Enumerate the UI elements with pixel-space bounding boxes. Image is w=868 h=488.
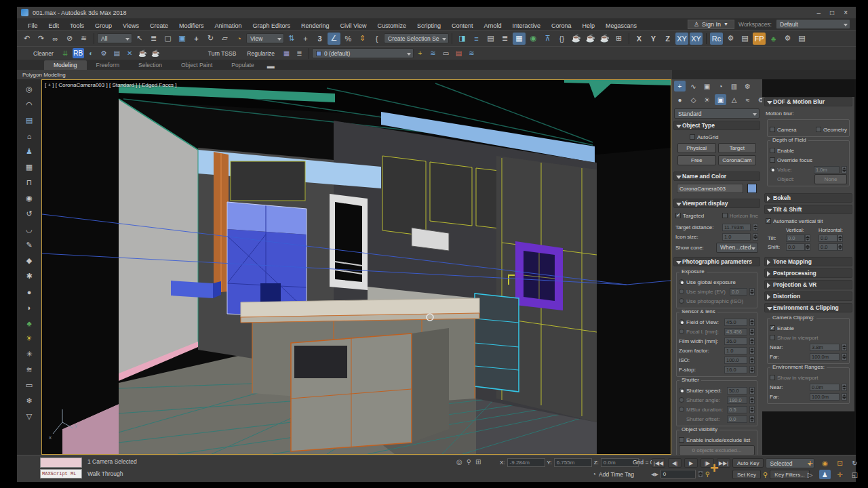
- fstop-field[interactable]: 16.0: [724, 366, 747, 373]
- menu-item[interactable]: Animation: [209, 22, 247, 29]
- left-tool-walk-icon[interactable]: ♟: [22, 144, 37, 159]
- hierarchy-tab-icon[interactable]: ▣: [701, 81, 713, 92]
- script-page-icon[interactable]: ▤: [111, 48, 123, 58]
- target-button[interactable]: Target: [718, 143, 757, 153]
- clipping-near-field[interactable]: 3.8m: [810, 344, 840, 351]
- viewport-scene[interactable]: x y: [42, 80, 671, 454]
- fov-icon[interactable]: ▷: [804, 470, 816, 479]
- menu-item[interactable]: Content: [446, 22, 479, 29]
- use-global-exposure-radio[interactable]: [679, 279, 684, 285]
- select-in-layer-icon[interactable]: ▭: [440, 48, 452, 58]
- snap-pointer-icon[interactable]: +: [299, 33, 312, 45]
- uv-grid-icon[interactable]: ▦: [281, 48, 292, 58]
- select-and-link-icon[interactable]: ∞: [49, 33, 62, 45]
- workspace-dropdown[interactable]: Default: [776, 19, 850, 29]
- left-tool-spin-icon[interactable]: ↺: [22, 207, 37, 221]
- left-tool-home-icon[interactable]: ⌂: [22, 129, 37, 143]
- menu-item[interactable]: Views: [117, 22, 144, 29]
- absolute-mode-icon[interactable]: ⊞: [475, 458, 481, 466]
- xy-plane-constraint-button[interactable]: XY: [675, 33, 688, 45]
- menu-item[interactable]: Customize: [372, 22, 412, 29]
- menu-item[interactable]: Corona: [546, 22, 577, 29]
- pivot-icon[interactable]: ◔: [233, 33, 245, 45]
- menu-item[interactable]: Megascans: [600, 22, 642, 29]
- left-tool-star-icon[interactable]: ✱: [22, 269, 37, 283]
- add-time-tag[interactable]: Add Time Tag: [599, 471, 634, 478]
- rectangular-selection-icon[interactable]: ▢: [161, 33, 174, 45]
- helpers-category-icon[interactable]: △: [728, 94, 740, 105]
- show-cone-dropdown[interactable]: When...cted: [716, 243, 758, 253]
- isolate-selection-icon[interactable]: ◎: [456, 458, 462, 466]
- forest-pack-icon[interactable]: FP: [753, 33, 766, 45]
- reference-coordinate-dropdown[interactable]: View: [246, 33, 284, 43]
- tilt-shift-header[interactable]: Tilt & Shift: [764, 205, 852, 214]
- menu-item[interactable]: Edit: [43, 22, 65, 29]
- icon-size-spinner[interactable]: [753, 233, 758, 241]
- undo-icon[interactable]: ↶: [20, 33, 33, 45]
- enable-include-exclude-checkbox[interactable]: [679, 437, 684, 443]
- left-tool-half-icon[interactable]: ◗: [22, 300, 37, 314]
- spinner-snap-icon[interactable]: ⇕: [356, 33, 369, 45]
- left-tool-panel-icon[interactable]: ▤: [22, 113, 37, 127]
- material-editor-icon[interactable]: ⊼: [541, 33, 554, 45]
- menu-item[interactable]: Create: [144, 22, 174, 29]
- create-selection-set-dropdown[interactable]: Create Selection Se: [384, 33, 449, 43]
- physical-button[interactable]: Physical: [677, 143, 716, 153]
- ribbon-tab[interactable]: Populate: [222, 60, 264, 70]
- maximize-icon[interactable]: □: [830, 9, 834, 16]
- photographic-header[interactable]: Photographic parameters: [673, 257, 760, 266]
- ribbon-tab[interactable]: Modeling: [44, 60, 87, 70]
- left-tool-curve-icon[interactable]: ◡: [22, 222, 37, 237]
- menu-item[interactable]: Scripting: [412, 22, 446, 29]
- render-iterative-icon[interactable]: ⊞: [612, 33, 625, 45]
- left-tool-sun-icon[interactable]: ☀: [22, 331, 37, 346]
- focus-value-radio[interactable]: [770, 167, 775, 172]
- selection-lock-icon[interactable]: ⚲: [467, 458, 471, 466]
- coronacam-button[interactable]: CoronaCam: [718, 155, 757, 165]
- pan-view-icon[interactable]: ✛: [834, 470, 846, 479]
- sign-in-button[interactable]: ♙ Sign In ▼: [688, 20, 734, 29]
- add-to-layer-icon[interactable]: ≋: [427, 48, 439, 58]
- previous-frame-icon[interactable]: ◀|: [668, 458, 682, 468]
- left-tool-diamond-icon[interactable]: ◆: [22, 253, 37, 268]
- geometry-category-icon[interactable]: ●: [674, 94, 686, 105]
- vray-converter-icon[interactable]: ☕: [137, 48, 149, 58]
- ranges-show-viewport-checkbox[interactable]: [770, 375, 775, 380]
- mirror-icon[interactable]: ◨: [456, 33, 469, 45]
- override-focus-checkbox[interactable]: [770, 157, 775, 163]
- modify-tab-icon[interactable]: ∿: [688, 81, 699, 92]
- curve-editor-icon[interactable]: ▦: [513, 33, 526, 45]
- focus-object-button[interactable]: None: [814, 174, 847, 184]
- layer-properties-icon[interactable]: ▤: [453, 48, 465, 58]
- object-type-header[interactable]: Object Type: [673, 121, 760, 130]
- select-by-name-icon[interactable]: ≣: [147, 33, 160, 45]
- xy-pointer-constraint-button[interactable]: XY: [690, 33, 703, 45]
- focal-field[interactable]: 43.456: [724, 328, 747, 336]
- zoom-region-icon[interactable]: ⊡: [834, 458, 846, 468]
- film-width-field[interactable]: 36.0: [724, 338, 747, 345]
- bokeh-header[interactable]: Bokeh: [764, 193, 852, 203]
- ribbon-config-icon[interactable]: ▬: [264, 61, 277, 70]
- left-tool-frame-icon[interactable]: ▭: [22, 378, 37, 392]
- close-icon[interactable]: ×: [844, 9, 848, 16]
- focal-radio[interactable]: [679, 329, 684, 334]
- create-tab-icon[interactable]: +: [674, 81, 686, 92]
- motion-blur-geometry-checkbox[interactable]: [816, 127, 821, 132]
- targeted-checkbox[interactable]: [675, 213, 681, 218]
- shift-horizontal-field[interactable]: 0.0: [818, 243, 837, 251]
- relink-bitmaps-icon[interactable]: ◐: [85, 48, 97, 58]
- utilities-tab-icon[interactable]: ⚙: [742, 81, 753, 92]
- selection-filter-dropdown[interactable]: All: [97, 33, 132, 43]
- shift-vertical-field[interactable]: 0.0: [786, 243, 805, 251]
- redo-icon[interactable]: ↷: [35, 33, 47, 45]
- angle-snap-icon[interactable]: ∠: [328, 33, 340, 45]
- menu-item[interactable]: Interactive: [507, 22, 546, 29]
- y-coord-field[interactable]: 6.755m: [554, 458, 592, 467]
- viewport-display-header[interactable]: Viewport display: [673, 199, 760, 208]
- play-icon[interactable]: ▶: [684, 458, 698, 468]
- script-wrench-icon[interactable]: ⚙: [98, 48, 110, 58]
- scene-explorer-icon[interactable]: ≣: [498, 33, 511, 45]
- tilt-vertical-field[interactable]: 0.0: [786, 235, 805, 242]
- free-button[interactable]: Free: [677, 155, 716, 165]
- ribbon-tab[interactable]: Object Paint: [172, 60, 222, 70]
